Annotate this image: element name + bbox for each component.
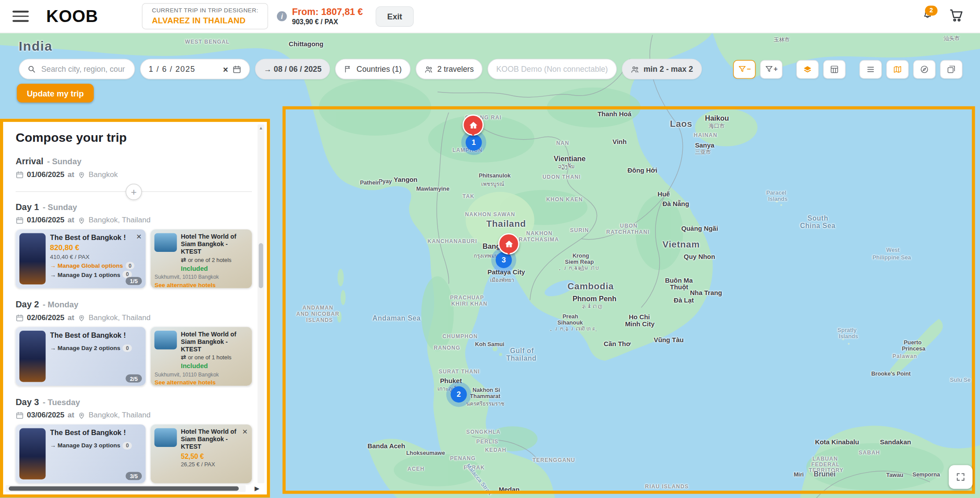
min-max-icon: [630, 65, 639, 74]
compass-icon: [920, 65, 929, 74]
min-max-travelers-button[interactable]: min 2 - max 2: [622, 59, 702, 79]
map-label: Semporna: [913, 471, 940, 477]
location-pin-icon: [77, 170, 85, 178]
koob-logo[interactable]: KOOB: [46, 7, 98, 26]
horizontal-scrollbar[interactable]: [6, 485, 246, 492]
info-icon[interactable]: i: [277, 11, 287, 22]
map-label: Islands: [839, 333, 858, 339]
location-pin-icon: [77, 216, 85, 224]
min-max-label: min 2 - max 2: [644, 65, 693, 74]
swap-hotel-icon[interactable]: ⇄: [181, 354, 186, 361]
day-location: Bangkok, Thailand: [88, 411, 151, 420]
list-icon: [866, 65, 875, 74]
update-trip-button[interactable]: Update my trip: [17, 84, 94, 103]
notifications-button[interactable]: 2: [922, 10, 932, 22]
scroll-up-icon[interactable]: ▲: [258, 125, 265, 130]
excursion-title: The Best of Bangkok !: [50, 234, 142, 241]
add-step-button[interactable]: +: [125, 184, 142, 200]
map-label: Quảng Ngãi: [681, 225, 718, 232]
vertical-scrollbar[interactable]: ▲: [258, 125, 265, 483]
map-label: Phuket: [440, 377, 462, 384]
map-label: Lhokseumawe: [406, 450, 445, 456]
day-label: Day 2: [15, 299, 39, 310]
travelers-button[interactable]: 2 travelers: [416, 59, 483, 79]
search-input-pill[interactable]: [19, 59, 135, 79]
hotel-card[interactable]: Hotel The World of Siam Bangkok - KTEST …: [151, 327, 252, 385]
cards-icon: [947, 65, 956, 74]
excursion-card[interactable]: The Best of Bangkok ! → Manage Day 2 opt…: [15, 327, 146, 385]
swap-hotel-icon[interactable]: ⇄: [181, 257, 186, 264]
at-label: at: [67, 313, 74, 322]
hotel-card[interactable]: × Hotel The World of Siam Bangkok - KTES…: [151, 424, 252, 483]
map-label: เมืองพัทยา: [490, 276, 514, 284]
map-label: Koh Samui: [475, 341, 505, 347]
exit-button[interactable]: Exit: [376, 6, 414, 26]
map-label: Yangon: [394, 176, 417, 183]
see-alternative-hotels-link[interactable]: See alternative hotels: [155, 379, 248, 386]
filter-add-button[interactable]: +: [760, 60, 782, 79]
map-label: Sulu Se: [950, 377, 971, 383]
excursion-card[interactable]: The Best of Bangkok ! → Manage Day 3 opt…: [15, 424, 146, 483]
map-label: Gulf of: [510, 347, 534, 354]
filter-remove-button[interactable]: −: [733, 60, 755, 79]
start-date-picker[interactable]: 1 / 6 / 2025 ×: [140, 59, 250, 79]
map-label: RATCHASIMA: [519, 236, 559, 243]
map-label: Phnom Penh: [572, 295, 616, 302]
remove-excursion-icon[interactable]: ×: [135, 231, 143, 242]
map-label: KHIRI KHAN: [451, 301, 487, 307]
map-view-button[interactable]: [886, 60, 909, 79]
map-cluster-marker[interactable]: 2: [451, 386, 467, 402]
day-weekday: - Monday: [43, 300, 78, 309]
map-label: ACEH: [408, 466, 425, 472]
hamburger-menu-icon[interactable]: [12, 11, 29, 22]
map-label: PENANG: [450, 455, 475, 461]
layers-button[interactable]: [796, 60, 819, 79]
cart-button[interactable]: [949, 7, 964, 25]
map-label: HAINAN: [694, 132, 718, 138]
budget-button[interactable]: [823, 60, 846, 79]
calendar-icon[interactable]: [232, 65, 241, 74]
end-date-button[interactable]: → 08 / 06 / 2025: [255, 59, 330, 79]
map-label: Minh City: [625, 320, 655, 328]
map-label: PERLIS: [476, 438, 498, 444]
funnel-plus-icon: [765, 65, 773, 73]
cards-view-button[interactable]: [940, 60, 962, 79]
countries-filter-button[interactable]: Countries (1): [335, 59, 411, 79]
map-label: SABAH: [859, 450, 881, 456]
map-label: ISLANDS: [306, 317, 333, 323]
map-label: 海口市: [709, 122, 725, 130]
excursion-price: 820,80 €: [50, 243, 142, 252]
options-count-badge: 0: [123, 344, 132, 352]
scroll-right-icon[interactable]: ▶: [254, 485, 259, 492]
map-label: Brooke's Point: [871, 371, 911, 377]
map-label: UBON: [620, 222, 637, 229]
map-label: Cambodia: [567, 281, 614, 291]
vertical-scrollbar-thumb[interactable]: [259, 243, 263, 288]
search-input[interactable]: [40, 64, 126, 74]
map-label: China Sea: [800, 222, 836, 229]
horizontal-scrollbar-thumb[interactable]: [9, 486, 239, 491]
clear-date-icon[interactable]: ×: [223, 64, 228, 74]
excursion-counter-badge: 1/5: [125, 277, 142, 285]
see-alternative-hotels-link[interactable]: See alternative hotels: [155, 281, 248, 288]
excursion-card[interactable]: × The Best of Bangkok ! 820,80 € 410,40 …: [15, 229, 146, 288]
manage-day-options-link[interactable]: → Manage Day 3 options0: [50, 442, 142, 449]
current-trip-box[interactable]: CURRENT TRIP IN TRIP DESIGNER: ALVAREZ I…: [142, 3, 268, 30]
explore-button[interactable]: [913, 60, 936, 79]
options-count-badge: 0: [125, 262, 135, 269]
map-hotel-marker[interactable]: [498, 233, 519, 255]
map-hotel-marker[interactable]: [463, 114, 484, 136]
manage-day-options-link[interactable]: → Manage Day 2 options0: [50, 344, 142, 352]
hotel-card[interactable]: Hotel The World of Siam Bangkok - KTEST …: [151, 229, 252, 288]
map-label: ANDAMAN: [302, 304, 333, 310]
manage-global-options-link[interactable]: → Manage Global options0: [50, 262, 142, 269]
map-label: ក្រុងព្រះសីហនុ: [554, 326, 597, 332]
map-label: Sandakan: [880, 438, 911, 446]
app-header: KOOB CURRENT TRIP IN TRIP DESIGNER: ALVA…: [0, 0, 980, 33]
start-date-value: 1 / 6 / 2025: [149, 65, 195, 74]
fullscreen-button[interactable]: [949, 465, 973, 489]
list-view-button[interactable]: [859, 60, 882, 79]
remove-hotel-icon[interactable]: ×: [241, 426, 249, 437]
arrival-label: Arrival: [15, 156, 43, 166]
price-from: From: 1807,81 €: [292, 6, 363, 18]
